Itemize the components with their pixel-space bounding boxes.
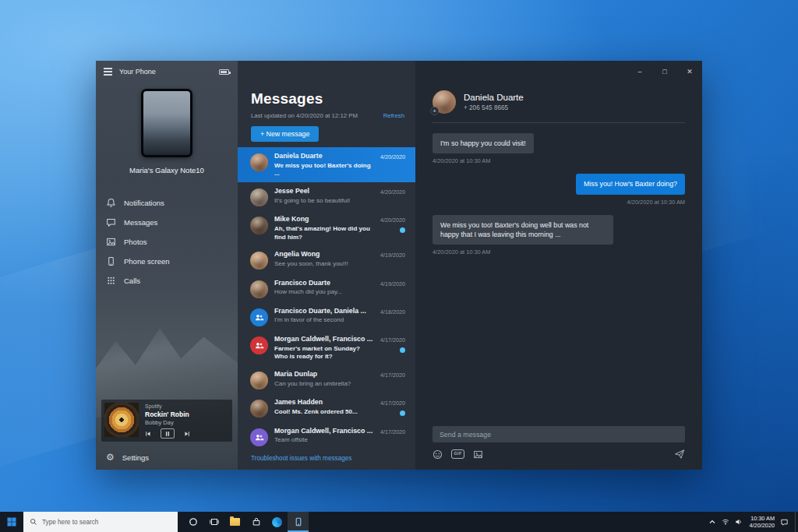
chat-icon xyxy=(106,217,116,227)
conversation-row-daniela-duarte[interactable]: Daniela Duarte We miss you too! Baxter's… xyxy=(238,147,415,182)
conversation-row-group-francisco-daniela[interactable]: Francisco Duarte, Daniela ... I'm in fav… xyxy=(238,302,415,330)
clock-time: 10:30 AM xyxy=(750,515,775,522)
image-attach-icon[interactable] xyxy=(473,449,483,460)
conversation-row-maria-dunlap[interactable]: Maria Dunlap Can you bring an umbrella? … xyxy=(238,365,415,393)
sidebar-item-phone-screen[interactable]: Phone screen xyxy=(96,252,238,271)
show-desktop-button[interactable] xyxy=(795,512,798,532)
conversation-date: 4/17/2020 xyxy=(380,428,405,435)
page-title: Messages xyxy=(251,90,404,107)
conversation-row-angelia-wong[interactable]: Angelia Wong See you soon, thank you!!! … xyxy=(238,245,415,273)
conversation-name: Francisco Duarte, Daniela ... xyxy=(274,307,374,315)
conversation-meta: 4/20/2020 xyxy=(380,215,408,233)
device-name: Maria's Galaxy Note10 xyxy=(96,166,238,174)
conversation-texts: Mike Kong Ah, that's amazing! How did yo… xyxy=(274,215,374,241)
message-thread: I'm so happy you could visit! 4/20/2020 … xyxy=(415,123,702,265)
send-icon[interactable] xyxy=(674,449,685,460)
tray-overflow-chevron-icon[interactable] xyxy=(708,518,716,526)
conversation-name: Morgan Caldwell, Francisco ... xyxy=(274,335,374,343)
conversation-texts: Francisco Duarte How much did you pay... xyxy=(274,279,374,297)
message-timestamp: 4/20/2020 at 10:30 AM xyxy=(433,157,685,164)
conversation-row-francisco-duarte[interactable]: Francisco Duarte How much did you pay...… xyxy=(238,274,415,302)
edge-button[interactable] xyxy=(267,512,288,532)
received-message-bubble: I'm so happy you could visit! xyxy=(433,133,534,153)
maximize-button[interactable]: □ xyxy=(652,61,677,83)
contact-avatar xyxy=(250,217,268,234)
conversation-date: 4/17/2020 xyxy=(380,372,405,379)
folder-icon xyxy=(230,518,240,526)
minimize-button[interactable]: – xyxy=(627,61,652,83)
troubleshoot-link[interactable]: Troubleshoot issues with messages xyxy=(238,450,415,470)
message-input[interactable] xyxy=(433,426,685,442)
store-bag-icon xyxy=(252,517,261,527)
your-phone-taskbar-button[interactable] xyxy=(288,512,309,532)
next-track-icon[interactable] xyxy=(184,431,190,437)
start-button[interactable] xyxy=(0,512,23,532)
search-input[interactable] xyxy=(42,519,171,526)
pause-icon[interactable] xyxy=(161,428,175,439)
cortana-icon xyxy=(189,517,198,527)
sidebar-item-calls[interactable]: Calls xyxy=(96,271,238,291)
thread-header: + Daniela Duarte + 206 545 8665 xyxy=(433,83,685,123)
last-updated-text: Last updated on 4/20/2020 at 12:12 PM xyxy=(251,112,358,119)
conversation-row-group-team-offsite[interactable]: Morgan Caldwell, Francisco ... Team offs… xyxy=(238,422,415,450)
conversation-name: Maria Dunlap xyxy=(274,370,374,378)
sidebar-item-notifications[interactable]: Notifications xyxy=(96,193,238,213)
gif-icon[interactable]: GIF xyxy=(451,449,464,460)
conversation-preview: Cool! Ms. Zenk ordered 50... xyxy=(274,408,374,417)
taskbar-search[interactable] xyxy=(23,512,178,532)
sidebar-item-photos[interactable]: Photos xyxy=(96,232,238,252)
nav-label: Notifications xyxy=(124,199,164,207)
contact-avatar xyxy=(250,400,268,417)
conversation-preview: Team offsite xyxy=(274,436,374,445)
task-view-button[interactable] xyxy=(203,512,224,532)
conversation-row-jesse-peel[interactable]: Jesse Peel It's going to be so beautiful… xyxy=(238,182,415,210)
conversation-name: Angelia Wong xyxy=(274,250,374,258)
phone-icon xyxy=(106,256,116,266)
emoji-icon[interactable] xyxy=(433,449,443,460)
conversation-date: 4/17/2020 xyxy=(380,336,405,344)
volume-icon[interactable] xyxy=(735,518,743,526)
menu-icon[interactable] xyxy=(104,68,112,75)
conversation-date: 4/20/2020 xyxy=(380,153,405,160)
search-icon xyxy=(30,518,37,526)
sidebar-item-settings[interactable]: ⚙ Settings xyxy=(96,448,238,470)
network-icon[interactable] xyxy=(722,518,729,526)
unread-dot xyxy=(400,410,405,416)
player-artist: Bobby Day xyxy=(145,419,229,426)
conversation-date: 4/17/2020 xyxy=(380,400,405,407)
windows-logo-icon xyxy=(7,517,16,527)
system-tray: 10:30 AM 4/20/2020 xyxy=(702,512,795,532)
conversation-date: 4/19/2020 xyxy=(380,252,405,259)
sidebar: Maria's Galaxy Note10 Notifications Mess… xyxy=(96,61,238,470)
conversation-row-james-hadden[interactable]: James Hadden Cool! Ms. Zenk ordered 50..… xyxy=(238,393,415,421)
nav-label: Calls xyxy=(124,277,140,285)
player-info: Spotify Rockin' Robin Bobby Day xyxy=(145,403,229,439)
action-center-icon[interactable] xyxy=(780,518,789,527)
close-button[interactable]: ✕ xyxy=(677,61,702,83)
taskbar-clock[interactable]: 10:30 AM 4/20/2020 xyxy=(750,515,775,530)
people-icon xyxy=(254,340,264,351)
store-button[interactable] xyxy=(245,512,267,532)
battery-icon xyxy=(219,69,229,75)
conversation-name: Francisco Duarte xyxy=(274,279,374,287)
refresh-link[interactable]: Refresh xyxy=(383,112,404,119)
dialpad-icon xyxy=(106,276,116,286)
contact-avatar xyxy=(250,188,268,206)
conversation-row-mike-kong[interactable]: Mike Kong Ah, that's amazing! How did yo… xyxy=(238,210,415,245)
window-title: Your Phone xyxy=(119,68,156,76)
previous-track-icon[interactable] xyxy=(145,431,151,437)
conversation-row-group-morgan-francisco[interactable]: Morgan Caldwell, Francisco ... Farmer's … xyxy=(238,330,415,365)
contact-avatar xyxy=(250,280,268,298)
conversation-meta: 4/17/2020 xyxy=(380,370,408,379)
new-message-button[interactable]: + New message xyxy=(251,126,319,142)
file-explorer-button[interactable] xyxy=(224,512,245,532)
conversation-meta: 4/18/2020 xyxy=(380,307,408,315)
thread-contact-info: Daniela Duarte + 206 545 8665 xyxy=(464,93,524,111)
sidebar-item-messages[interactable]: Messages xyxy=(96,213,238,232)
taskbar-spacer xyxy=(309,512,702,532)
player-track-title: Rockin' Robin xyxy=(145,410,229,418)
conversation-name: Mike Kong xyxy=(274,215,374,223)
cortana-button[interactable] xyxy=(182,512,203,532)
titlebar[interactable]: Your Phone – □ ✕ xyxy=(96,61,702,83)
conversation-date: 4/20/2020 xyxy=(380,188,405,196)
